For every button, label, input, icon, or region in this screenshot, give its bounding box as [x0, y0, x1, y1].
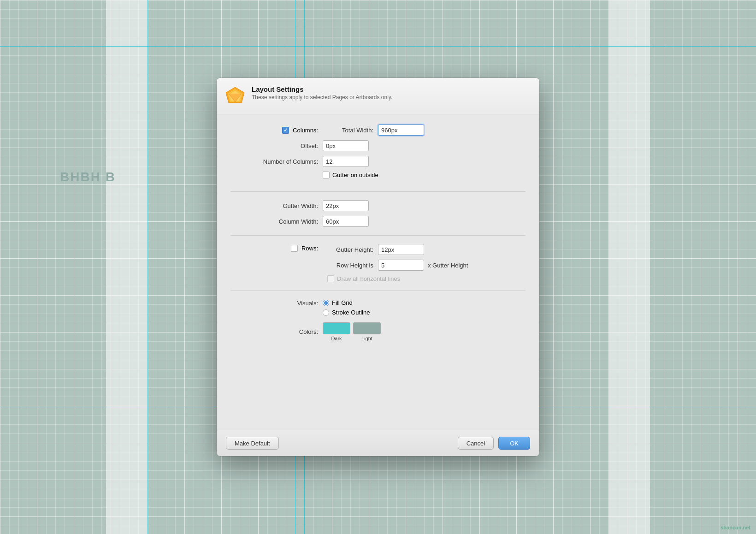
gutter-width-row: Gutter Width: [230, 200, 526, 211]
dialog-body: Columns: Total Width: Offset: Number of … [217, 114, 539, 430]
columns-label: Columns: [293, 127, 318, 134]
stroke-outline-radio[interactable] [323, 309, 329, 316]
make-default-button[interactable]: Make Default [226, 437, 279, 450]
visuals-right: Fill Grid Stroke Outline [323, 299, 370, 316]
gutter-height-input[interactable] [378, 244, 424, 255]
offset-input[interactable] [323, 140, 369, 151]
gutter-width-input[interactable] [323, 200, 369, 211]
column-width-row: Column Width: [230, 216, 526, 227]
row-height-suffix: x Gutter Height [428, 262, 468, 269]
row-height-label: Row Height is [323, 262, 378, 269]
gutter-section: Gutter Width: Column Width: [230, 200, 526, 236]
total-width-label: Total Width: [323, 127, 378, 134]
watermark-suffix: .net [741, 525, 750, 530]
rows-section: Rows: Gutter Height: Row Height is x Gut… [230, 244, 526, 291]
footer-left: Make Default [226, 437, 458, 450]
gutter-height-row: Gutter Height: [323, 244, 526, 255]
total-width-input[interactable] [378, 125, 424, 136]
dialog-footer: Make Default Cancel OK [217, 430, 539, 456]
columns-section: Columns: Total Width: Offset: Number of … [230, 125, 526, 192]
fill-grid-radio[interactable] [323, 300, 329, 306]
footer-right: Cancel OK [458, 437, 530, 450]
rows-left: Rows: [230, 244, 323, 252]
column-width-input[interactable] [323, 216, 369, 227]
gutter-outside-label: Gutter on outside [332, 172, 378, 178]
fill-grid-row: Fill Grid [323, 299, 370, 306]
columns-checkbox-row: Columns: Total Width: [230, 125, 526, 136]
gutter-width-label: Gutter Width: [230, 202, 323, 209]
gutter-outside-checkbox[interactable] [323, 172, 330, 178]
fill-grid-label: Fill Grid [332, 299, 353, 306]
ok-button[interactable]: OK [498, 437, 530, 450]
stroke-outline-row: Stroke Outline [323, 309, 370, 316]
draw-lines-label: Draw all horizontal lines [337, 275, 400, 282]
light-color-group: Light [353, 322, 381, 341]
watermark-text: shancun [721, 525, 741, 530]
offset-label: Offset: [230, 142, 323, 149]
visuals-section: Visuals: Fill Grid Stroke Outline [230, 299, 526, 350]
gutter-outside-row: Gutter on outside [230, 172, 526, 178]
cancel-button[interactable]: Cancel [458, 437, 494, 450]
row-height-input[interactable] [378, 260, 424, 271]
draw-lines-row: Draw all horizontal lines [323, 275, 526, 282]
dark-label: Dark [331, 336, 342, 341]
num-columns-row: Number of Columns: [230, 156, 526, 167]
colors-row: Colors: Dark Light [230, 322, 526, 341]
rows-section-row: Rows: Gutter Height: Row Height is x Gut… [230, 244, 526, 282]
row-height-row: Row Height is x Gutter Height [323, 260, 526, 271]
dark-color-swatch[interactable] [323, 322, 350, 334]
visuals-label: Visuals: [230, 299, 323, 307]
rows-label: Rows: [301, 245, 318, 252]
stroke-outline-label: Stroke Outline [332, 309, 370, 316]
rows-right: Gutter Height: Row Height is x Gutter He… [323, 244, 526, 282]
column-width-label: Column Width: [230, 218, 323, 225]
columns-label-area: Columns: [230, 127, 323, 134]
color-swatches: Dark Light [323, 322, 381, 341]
dark-color-group: Dark [323, 322, 350, 341]
visuals-row: Visuals: Fill Grid Stroke Outline [230, 299, 526, 316]
dialog-overlay: Layout Settings These settings apply to … [0, 0, 756, 534]
offset-row: Offset: [230, 140, 526, 151]
light-label: Light [361, 336, 372, 341]
layout-settings-dialog: Layout Settings These settings apply to … [217, 78, 539, 456]
num-columns-label: Number of Columns: [230, 158, 323, 165]
num-columns-input[interactable] [323, 156, 369, 167]
light-color-swatch[interactable] [353, 322, 381, 334]
dialog-title-group: Layout Settings These settings apply to … [252, 85, 392, 101]
dialog-subtitle: These settings apply to selected Pages o… [252, 94, 392, 101]
rows-checkbox[interactable] [291, 245, 298, 252]
gutter-outside-checkbox-group: Gutter on outside [323, 172, 378, 178]
watermark: shancun.net [721, 525, 750, 530]
gutter-height-label: Gutter Height: [323, 246, 378, 253]
draw-lines-checkbox[interactable] [327, 275, 334, 282]
dialog-header: Layout Settings These settings apply to … [217, 78, 539, 114]
dialog-title: Layout Settings [252, 85, 392, 93]
columns-checkbox[interactable] [282, 127, 289, 134]
sketch-icon [224, 85, 246, 107]
colors-label: Colors: [230, 328, 323, 335]
